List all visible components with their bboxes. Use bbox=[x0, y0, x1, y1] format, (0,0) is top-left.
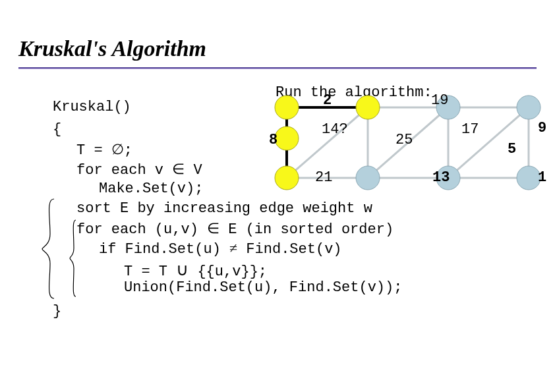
graph-node bbox=[275, 126, 299, 150]
code-l7a: for each (u,v) bbox=[76, 221, 207, 238]
edge-weight-label: 1 bbox=[538, 169, 546, 186]
brace-small bbox=[69, 219, 78, 300]
code-l4a: for each v bbox=[76, 162, 172, 179]
edge-weight-label: 19 bbox=[431, 92, 448, 109]
code-l6: sort E by increasing edge weight w bbox=[76, 200, 372, 217]
code-l9: T = T ∪ {{u,v}}; bbox=[124, 260, 267, 280]
code-l5: Make.Set(v); bbox=[99, 181, 203, 197]
graph-node bbox=[517, 166, 540, 190]
code-l7c: E (in sorted order) bbox=[219, 221, 394, 238]
edge-weight-label: 9 bbox=[538, 120, 546, 136]
graph-edge bbox=[448, 107, 529, 178]
union-symbol: ∪ bbox=[176, 260, 189, 279]
code-l3: T = ∅; bbox=[76, 141, 132, 159]
code-l4c: V bbox=[185, 162, 202, 179]
code-l3c: ; bbox=[124, 142, 132, 159]
code-l8a: if Find.Set(u) bbox=[99, 241, 229, 258]
code-l9c: {{u,v}}; bbox=[189, 264, 267, 280]
graph-edge bbox=[368, 107, 448, 178]
edge-weight-label: 8 bbox=[269, 132, 278, 148]
code-l8: if Find.Set(u) ≠ Find.Set(v) bbox=[99, 240, 342, 258]
edge-weight-label: 14? bbox=[322, 121, 348, 138]
element-of-symbol: ∈ bbox=[172, 161, 185, 177]
run-title: Run the algorithm: bbox=[276, 84, 432, 101]
edge-weight-label: 17 bbox=[461, 121, 479, 138]
code-l8c: Find.Set(v) bbox=[237, 241, 341, 258]
edge-weight-label: 21 bbox=[315, 169, 332, 186]
graph-edge bbox=[287, 107, 368, 178]
page-title: Kruskal's Algorithm bbox=[18, 36, 206, 61]
graph-node bbox=[356, 166, 380, 190]
brace-large bbox=[41, 198, 57, 302]
code-l7: for each (u,v) ∈ E (in sorted order) bbox=[76, 220, 394, 238]
not-equal-symbol: ≠ bbox=[229, 240, 237, 256]
code-l4: for each v ∈ V bbox=[76, 161, 202, 179]
code-l11: } bbox=[53, 303, 61, 320]
code-l10: Union(Find.Set(u), Find.Set(v)); bbox=[124, 279, 402, 296]
code-l2: { bbox=[53, 121, 61, 138]
code-l9a: T = T bbox=[124, 264, 176, 280]
edge-weight-label: 13 bbox=[432, 169, 450, 186]
graph-node bbox=[275, 166, 299, 190]
title-underline bbox=[18, 67, 537, 69]
graph-node bbox=[436, 166, 460, 190]
element-of-symbol-2: ∈ bbox=[207, 220, 219, 237]
code-l1: Kruskal() bbox=[53, 99, 131, 115]
edge-weight-label: 25 bbox=[395, 132, 413, 148]
graph-node bbox=[517, 96, 540, 119]
graph-node bbox=[436, 96, 460, 119]
code-l3a: T = bbox=[76, 142, 111, 159]
empty-set-symbol: ∅ bbox=[111, 141, 124, 157]
edge-weight-label: 5 bbox=[508, 141, 516, 157]
